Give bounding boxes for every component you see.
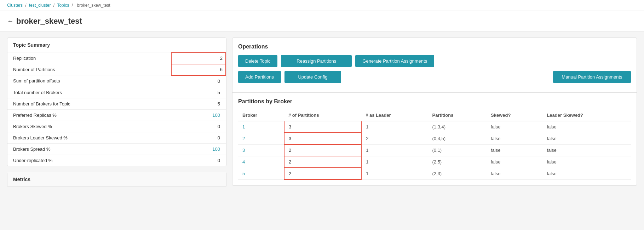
col-header-4: Skewed? xyxy=(487,110,542,121)
operations-row-2: Add Partitions Update Config Manual Part… xyxy=(238,71,631,83)
leader-skewed-3: false xyxy=(542,156,631,168)
leader-skewed-2: false xyxy=(542,144,631,156)
page-header: ← broker_skew_test xyxy=(0,11,644,32)
back-arrow-icon[interactable]: ← xyxy=(7,18,13,25)
broker-id-2[interactable]: 3 xyxy=(238,144,284,156)
leader-skewed-1: false xyxy=(542,133,631,144)
col-header-0: Broker xyxy=(238,110,284,121)
skewed-2: false xyxy=(487,144,542,156)
table-row: 232(0,4,5)falsefalse xyxy=(238,133,631,144)
summary-value-5: 100 xyxy=(171,109,226,121)
as-leader-4: 1 xyxy=(361,168,428,179)
summary-value-9: 0 xyxy=(171,155,226,166)
partitions-list-1: (0,4,5) xyxy=(428,133,487,144)
summary-label-9: Under-replicated % xyxy=(7,155,171,166)
partitions-by-broker-section: Partitions by Broker Broker# of Partitio… xyxy=(232,92,637,185)
skewed-0: false xyxy=(487,121,542,133)
summary-value-3: 5 xyxy=(171,87,226,98)
col-header-2: # as Leader xyxy=(361,110,428,121)
broker-id-4[interactable]: 5 xyxy=(238,168,284,179)
summary-value-7: 0 xyxy=(171,132,226,143)
generate-partition-assignments-button[interactable]: Generate Partition Assignments xyxy=(355,55,434,67)
col-header-5: Leader Skewed? xyxy=(542,110,631,121)
add-partitions-button[interactable]: Add Partitions xyxy=(238,71,281,83)
reassign-partitions-button[interactable]: Reassign Partitions xyxy=(281,55,352,67)
breadcrumb-test-cluster[interactable]: test_cluster xyxy=(29,3,51,8)
num-partitions-1: 3 xyxy=(284,133,361,144)
operations-section: Operations Delete Topic Reassign Partiti… xyxy=(232,38,637,92)
table-row: 421(2,5)falsefalse xyxy=(238,156,631,168)
manual-partition-assignments-button[interactable]: Manual Partition Assignments xyxy=(553,71,631,83)
num-partitions-4: 2 xyxy=(284,168,361,179)
summary-label-8: Brokers Spread % xyxy=(7,143,171,155)
summary-value-1: 6 xyxy=(171,64,226,75)
skewed-4: false xyxy=(487,168,542,179)
summary-label-7: Brokers Leader Skewed % xyxy=(7,132,171,143)
topic-summary-header: Topic Summary xyxy=(7,38,226,52)
summary-value-4: 5 xyxy=(171,98,226,109)
operations-card: Operations Delete Topic Reassign Partiti… xyxy=(232,38,637,186)
breadcrumb-clusters[interactable]: Clusters xyxy=(7,3,23,8)
leader-skewed-0: false xyxy=(542,121,631,133)
delete-topic-button[interactable]: Delete Topic xyxy=(238,55,277,67)
broker-id-3[interactable]: 4 xyxy=(238,156,284,168)
main-content: Topic Summary Replication2Number of Part… xyxy=(0,32,644,199)
update-config-button[interactable]: Update Config xyxy=(284,71,341,83)
metrics-card: Metrics xyxy=(7,172,226,187)
operations-row-1: Delete Topic Reassign Partitions Generat… xyxy=(238,55,631,67)
table-row: 321(0,1)falsefalse xyxy=(238,144,631,156)
summary-label-3: Total number of Brokers xyxy=(7,87,171,98)
num-partitions-3: 2 xyxy=(284,156,361,168)
broker-id-1[interactable]: 2 xyxy=(238,133,284,144)
skewed-1: false xyxy=(487,133,542,144)
summary-table: Replication2Number of Partitions6Sum of … xyxy=(7,52,226,166)
table-row: 131(1,3,4)falsefalse xyxy=(238,121,631,133)
num-partitions-2: 2 xyxy=(284,144,361,156)
table-row: 521(2,3)falsefalse xyxy=(238,168,631,179)
col-header-1: # of Partitions xyxy=(284,110,361,121)
summary-label-5: Preferred Replicas % xyxy=(7,109,171,121)
partitions-table: Broker# of Partitions# as LeaderPartitio… xyxy=(238,110,631,180)
topic-summary-card: Topic Summary Replication2Number of Part… xyxy=(7,38,226,166)
as-leader-3: 1 xyxy=(361,156,428,168)
left-panel: Topic Summary Replication2Number of Part… xyxy=(7,38,226,193)
operations-title: Operations xyxy=(238,44,631,50)
leader-skewed-4: false xyxy=(542,168,631,179)
summary-value-8: 100 xyxy=(171,143,226,155)
breadcrumb-topics[interactable]: Topics xyxy=(57,3,69,8)
summary-label-2: Sum of partition offsets xyxy=(7,75,171,87)
summary-label-6: Brokers Skewed % xyxy=(7,121,171,132)
breadcrumb: Clusters / test_cluster / Topics / broke… xyxy=(0,0,644,11)
skewed-3: false xyxy=(487,156,542,168)
partitions-list-4: (2,3) xyxy=(428,168,487,179)
as-leader-0: 1 xyxy=(361,121,428,133)
partitions-list-2: (0,1) xyxy=(428,144,487,156)
broker-id-0[interactable]: 1 xyxy=(238,121,284,133)
partitions-list-0: (1,3,4) xyxy=(428,121,487,133)
num-partitions-0: 3 xyxy=(284,121,361,133)
summary-value-6: 0 xyxy=(171,121,226,132)
metrics-header: Metrics xyxy=(7,172,226,187)
summary-label-1: Number of Partitions xyxy=(7,64,171,75)
breadcrumb-current: broker_skew_test xyxy=(77,3,110,8)
partitions-by-broker-title: Partitions by Broker xyxy=(238,98,631,105)
col-header-3: Partitions xyxy=(428,110,487,121)
partitions-list-3: (2,5) xyxy=(428,156,487,168)
as-leader-1: 2 xyxy=(361,133,428,144)
page-title: broker_skew_test xyxy=(16,17,82,26)
summary-label-0: Replication xyxy=(7,53,171,64)
summary-label-4: Number of Brokers for Topic xyxy=(7,98,171,109)
as-leader-2: 1 xyxy=(361,144,428,156)
right-panel: Operations Delete Topic Reassign Partiti… xyxy=(232,38,637,193)
summary-value-2: 0 xyxy=(171,75,226,87)
summary-value-0: 2 xyxy=(171,53,226,64)
